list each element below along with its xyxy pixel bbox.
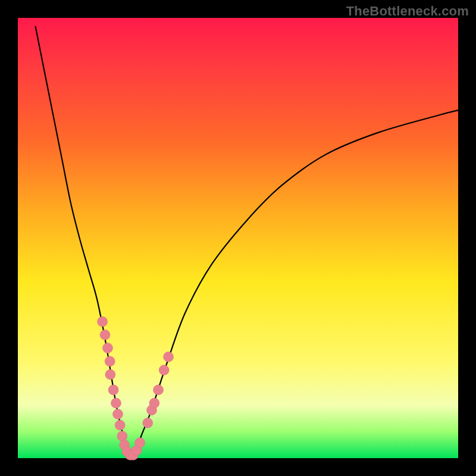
chart-container: TheBottleneck.com — [0, 0, 476, 476]
marker-point — [113, 409, 123, 419]
marker-point — [111, 398, 121, 408]
marker-point — [98, 317, 108, 327]
marker-point — [105, 369, 115, 380]
marker-point — [149, 398, 159, 408]
marker-point — [154, 385, 164, 395]
markers-group — [98, 317, 174, 460]
watermark-text: TheBottleneck.com — [346, 4, 469, 19]
chart-svg — [18, 18, 458, 458]
marker-point — [159, 365, 169, 375]
marker-point — [115, 420, 125, 430]
marker-point — [143, 418, 153, 428]
plot-area — [18, 18, 458, 458]
marker-point — [135, 438, 145, 448]
marker-point — [100, 330, 110, 340]
marker-point — [108, 385, 118, 395]
marker-point — [103, 343, 113, 353]
marker-point — [105, 356, 115, 367]
bottleneck-curve — [36, 27, 458, 456]
marker-point — [117, 431, 127, 441]
marker-point — [164, 352, 174, 362]
